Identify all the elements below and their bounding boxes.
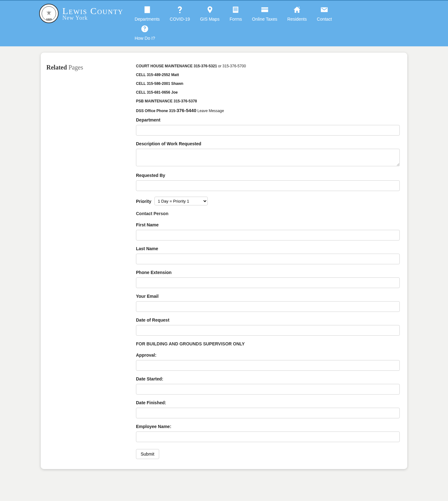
nav-label: Contact <box>317 17 332 22</box>
input-phone-extension[interactable] <box>136 277 400 288</box>
label-date-started: Date Started: <box>136 376 400 381</box>
brand-text: Lewis County New York <box>62 6 123 21</box>
nav-forms[interactable]: Forms <box>225 4 247 23</box>
building-icon <box>135 6 160 15</box>
cell-shawn: CELL 315-586-2001 Shawn <box>136 81 400 86</box>
courthouse-maintenance-line: COURT HOUSE MAINTENANCE 315-376-5321 or … <box>136 64 400 68</box>
courthouse-phone-alt: or 315-376-5700 <box>217 64 246 68</box>
nav-gis-maps[interactable]: GIS Maps <box>195 4 224 23</box>
input-date-request[interactable] <box>136 325 400 336</box>
section-supervisor-only: FOR BUILDING AND GROUNDS SUPERVISOR ONLY <box>136 341 400 346</box>
map-marker-icon <box>200 6 219 15</box>
input-last-name[interactable] <box>136 254 400 264</box>
input-employee-name[interactable] <box>136 431 400 442</box>
main-nav: Departments COVID-19 GIS Maps Forms <box>130 4 367 42</box>
dss-prefix: DSS Office Phone 315- <box>136 109 176 113</box>
input-approval[interactable] <box>136 360 400 371</box>
nav-online-taxes[interactable]: Online Taxes <box>247 4 282 23</box>
nav-departments[interactable]: Departments <box>130 4 165 23</box>
main-content: COURT HOUSE MAINTENANCE 315-376-5321 or … <box>134 64 402 459</box>
nav-contact[interactable]: Contact <box>312 4 337 23</box>
input-requested-by[interactable] <box>136 180 400 191</box>
nav-label: How Do I? <box>135 36 155 41</box>
submit-button[interactable]: Submit <box>136 449 159 459</box>
label-phone-extension: Phone Extension <box>136 270 400 275</box>
nav-covid[interactable]: COVID-19 <box>165 4 195 23</box>
nav-label: GIS Maps <box>200 17 219 22</box>
envelope-icon <box>317 6 332 15</box>
nav-label: Online Taxes <box>252 17 277 22</box>
forms-icon <box>230 6 242 15</box>
cell-matt: CELL 315-489-2552 Matt <box>136 73 400 77</box>
brand-title: Lewis County <box>62 6 123 16</box>
sidebar-title: Related Pages <box>46 64 131 71</box>
sidebar-title-strong: Related <box>46 64 67 71</box>
input-department[interactable] <box>136 125 400 136</box>
label-date-finished: Date Finished: <box>136 400 400 405</box>
label-department: Department <box>136 117 400 122</box>
label-requested-by: Requested By <box>136 173 400 178</box>
credit-card-icon <box>252 6 277 15</box>
section-contact-person: Contact Person <box>136 211 400 216</box>
cell-joe: CELL 315-681-0656 Joe <box>136 90 400 95</box>
dss-phone: 376-5440 <box>176 108 196 113</box>
question-icon <box>170 6 190 15</box>
label-priority: Priority <box>136 199 151 204</box>
input-date-finished[interactable] <box>136 408 400 418</box>
site-brand[interactable]: 1805 Lewis County New York <box>39 4 123 23</box>
select-priority[interactable]: 1 Day = Priority 1 <box>154 197 208 205</box>
label-description: Description of Work Requested <box>136 141 400 146</box>
psb-maintenance: PSB MAINTENANCE 315-376-5378 <box>136 99 400 103</box>
help-circle-icon <box>135 25 155 34</box>
input-date-started[interactable] <box>136 384 400 395</box>
input-first-name[interactable] <box>136 230 400 240</box>
content-card: Related Pages COURT HOUSE MAINTENANCE 31… <box>41 53 407 469</box>
sidebar-title-light: Pages <box>69 64 83 71</box>
sidebar: Related Pages <box>46 64 134 459</box>
nav-label: Forms <box>230 17 242 22</box>
home-icon <box>287 6 307 15</box>
dss-note: Leave Message <box>196 109 224 113</box>
input-description[interactable] <box>136 149 400 166</box>
contact-info-block: COURT HOUSE MAINTENANCE 315-376-5321 or … <box>136 64 400 113</box>
seal-year: 1805 <box>46 18 52 21</box>
nav-label: Residents <box>287 17 307 22</box>
label-last-name: Last Name <box>136 246 400 251</box>
input-your-email[interactable] <box>136 301 400 312</box>
nav-how-do-i[interactable]: How Do I? <box>130 23 160 42</box>
nav-label: COVID-19 <box>170 17 190 22</box>
label-approval: Approval: <box>136 353 400 358</box>
label-date-request: Date of Request <box>136 318 400 323</box>
county-seal-icon: 1805 <box>39 4 59 23</box>
nav-residents[interactable]: Residents <box>282 4 312 23</box>
dss-office: DSS Office Phone 315-376-5440 Leave Mess… <box>136 108 400 113</box>
label-employee-name: Employee Name: <box>136 424 400 429</box>
courthouse-phone-bold: COURT HOUSE MAINTENANCE 315-376-5321 <box>136 64 217 68</box>
label-your-email: Your Email <box>136 294 400 299</box>
nav-label: Departments <box>135 17 160 22</box>
brand-subtitle: New York <box>62 15 123 21</box>
label-first-name: First Name <box>136 222 400 227</box>
top-navigation: 1805 Lewis County New York Departments C… <box>0 0 448 46</box>
